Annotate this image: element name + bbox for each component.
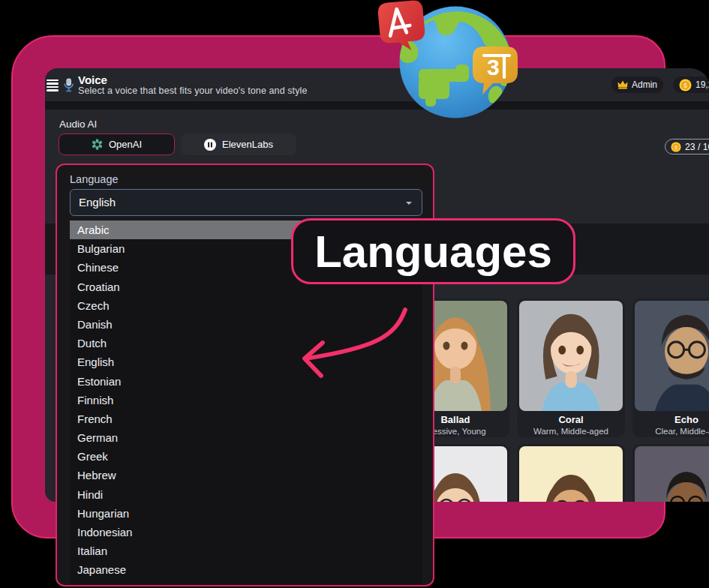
svg-text:3: 3 [487,55,500,80]
svg-text:$: $ [683,82,687,89]
